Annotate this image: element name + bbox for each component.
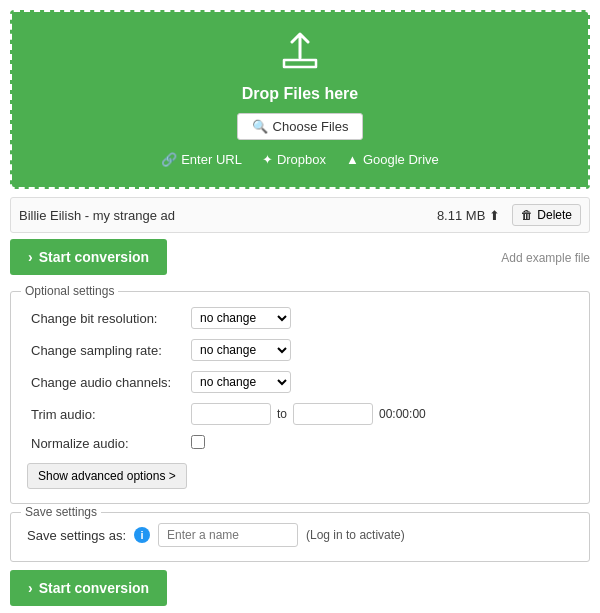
save-settings-panel: Save settings Save settings as: i (Log i… [10,512,590,562]
upload-links-row: 🔗 Enter URL ✦ Dropbox ▲ Google Drive [32,152,568,167]
trim-audio-row: Trim audio: to 00:00:00 [27,398,573,430]
login-link[interactable]: Log in [310,528,343,542]
file-name: Billie Eilish - my strange ad [19,208,437,223]
bit-resolution-select[interactable]: no change 8 bit 16 bit 24 bit 32 bit [191,307,291,329]
start-conversion-button-top[interactable]: › Start conversion [10,239,167,275]
trim-row: to 00:00:00 [191,403,569,425]
info-icon[interactable]: i [134,527,150,543]
start-conversion-label-top: Start conversion [39,249,149,265]
dropbox-label: Dropbox [277,152,326,167]
trim-to-text: to [277,407,287,421]
file-size: 8.11 MB ⬆ [437,208,500,223]
add-example-text: Add example file [501,251,590,265]
add-example-link[interactable]: Add example file [501,251,590,265]
sampling-rate-label: Change sampling rate: [27,334,187,366]
save-row: Save settings as: i (Log in to activate) [27,523,573,547]
normalize-audio-label: Normalize audio: [27,430,187,457]
dropbox-icon: ✦ [262,152,273,167]
audio-channels-label: Change audio channels: [27,366,187,398]
chevron-right-icon-bottom: › [28,580,33,596]
save-as-label: Save settings as: [27,528,126,543]
dropbox-link[interactable]: ✦ Dropbox [262,152,326,167]
upload-arrow-icon: ⬆ [489,208,500,223]
bit-resolution-label: Change bit resolution: [27,302,187,334]
page-wrapper: Drop Files here 🔍 Choose Files 🔗 Enter U… [0,0,600,613]
link-icon: 🔗 [161,152,177,167]
search-icon: 🔍 [252,119,268,134]
google-drive-link[interactable]: ▲ Google Drive [346,152,439,167]
delete-button[interactable]: 🗑 Delete [512,204,581,226]
trim-time-text: 00:00:00 [379,407,426,421]
save-name-input[interactable] [158,523,298,547]
enter-url-link[interactable]: 🔗 Enter URL [161,152,242,167]
start-conversion-label-bottom: Start conversion [39,580,149,596]
start-conversion-button-bottom[interactable]: › Start conversion [10,570,167,606]
normalize-checkbox[interactable] [191,435,205,449]
google-drive-icon: ▲ [346,152,359,167]
sampling-rate-select[interactable]: no change 8000 Hz 22050 Hz 44100 Hz 4800… [191,339,291,361]
show-advanced-button[interactable]: Show advanced options > [27,463,187,489]
drop-files-text: Drop Files here [32,85,568,103]
save-settings-title: Save settings [21,505,101,519]
file-row: Billie Eilish - my strange ad 8.11 MB ⬆ … [10,197,590,233]
choose-files-button[interactable]: 🔍 Choose Files [237,113,364,140]
chevron-right-icon: › [28,249,33,265]
add-example-row: Add example file [501,251,590,265]
bit-resolution-row: Change bit resolution: no change 8 bit 1… [27,302,573,334]
optional-settings-title: Optional settings [21,284,118,298]
google-drive-label: Google Drive [363,152,439,167]
login-text: (Log in to activate) [306,528,405,542]
file-size-value: 8.11 MB [437,208,485,223]
trash-icon: 🗑 [521,208,533,222]
audio-channels-select[interactable]: no change 1 (Mono) 2 (Stereo) [191,371,291,393]
trim-start-input[interactable] [191,403,271,425]
enter-url-label: Enter URL [181,152,242,167]
choose-files-label: Choose Files [273,119,349,134]
upload-icon [32,32,568,79]
delete-label: Delete [537,208,572,222]
settings-table: Change bit resolution: no change 8 bit 1… [27,302,573,457]
optional-settings-panel: Optional settings Change bit resolution:… [10,291,590,504]
trim-end-input[interactable] [293,403,373,425]
sampling-rate-row: Change sampling rate: no change 8000 Hz … [27,334,573,366]
drop-zone[interactable]: Drop Files here 🔍 Choose Files 🔗 Enter U… [10,10,590,189]
normalize-audio-row: Normalize audio: [27,430,573,457]
trim-audio-label: Trim audio: [27,398,187,430]
audio-channels-row: Change audio channels: no change 1 (Mono… [27,366,573,398]
